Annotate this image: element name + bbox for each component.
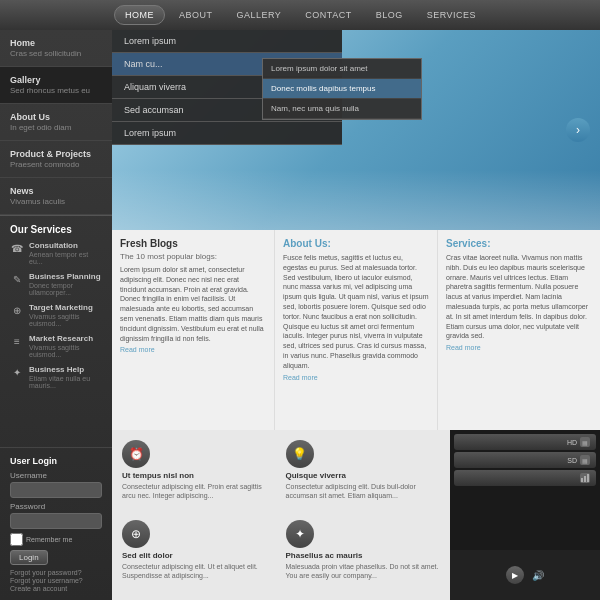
services-col-title: Services:	[446, 238, 592, 249]
remember-checkbox[interactable]	[10, 533, 23, 546]
media-btn-hd[interactable]: HD ▦	[454, 434, 596, 450]
planning-sub: Donec tempor ullamcorper...	[29, 282, 102, 296]
sidebar: Home Cras sed sollicitudin Gallery Sed r…	[0, 30, 112, 600]
sidebar-item-products[interactable]: Product & Projects Praesent commodo	[0, 141, 112, 178]
nav-gallery[interactable]: GALLERY	[226, 6, 291, 24]
sidebar-gallery-subtitle: Sed rhoncus metus eu	[10, 86, 102, 95]
feature-title-2: Sed elit dolor	[122, 551, 173, 560]
blog-text: Lorem ipsum dolor sit amet, consectetur …	[120, 265, 266, 343]
create-account-link[interactable]: Create an account	[10, 585, 102, 592]
help-icon: ✦	[10, 365, 24, 379]
service-business-help[interactable]: ✦ Business Help Etiam vitae nulla eu mau…	[10, 365, 102, 389]
feature-title-3: Phasellus ac mauris	[286, 551, 363, 560]
nav-about[interactable]: ABOUT	[169, 6, 223, 24]
feature-text-3: Malesuada proin vitae phasellus. Do not …	[286, 562, 441, 580]
services-heading: Our Services	[10, 224, 102, 235]
consultation-sub: Aenean tempor est eu...	[29, 251, 102, 265]
user-login-section: User Login Username Password Remember me…	[0, 447, 112, 600]
blog-read-more[interactable]: Read more	[120, 346, 266, 353]
features-grid: ⏰ Ut tempus nisl non Consectetur adipisc…	[112, 430, 450, 600]
sidebar-about-title: About Us	[10, 112, 102, 122]
login-heading: User Login	[10, 456, 102, 466]
sub-item-2[interactable]: Nam, nec uma quis nulla	[263, 99, 421, 119]
media-panel: HD ▦ SD ▦	[450, 430, 600, 600]
research-title: Market Research	[29, 334, 102, 343]
remember-label: Remember me	[26, 536, 72, 543]
remember-row: Remember me	[10, 533, 102, 546]
sub-item-1[interactable]: Donec mollis dapibus tempus	[263, 79, 421, 99]
sd-icon: ▦	[580, 455, 590, 465]
svg-rect-2	[587, 474, 589, 482]
feature-1: 💡 Quisque viverra Consectetur adipiscing…	[282, 436, 445, 515]
sidebar-item-home[interactable]: Home Cras sed sollicitudin	[0, 30, 112, 67]
sidebar-about-subtitle: In eget odio diam	[10, 123, 102, 132]
main-layout: Home Cras sed sollicitudin Gallery Sed r…	[0, 30, 600, 600]
login-button[interactable]: Login	[10, 550, 48, 565]
nav-home[interactable]: HOME	[114, 5, 165, 25]
feature-title-1: Quisque viverra	[286, 471, 346, 480]
login-links: Forgot your password? Forgot your userna…	[10, 569, 102, 592]
about-read-more[interactable]: Read more	[283, 374, 429, 381]
password-input[interactable]	[10, 513, 102, 529]
sidebar-home-subtitle: Cras sed sollicitudin	[10, 49, 102, 58]
sidebar-home-title: Home	[10, 38, 102, 48]
services-read-more[interactable]: Read more	[446, 344, 592, 351]
sidebar-item-gallery[interactable]: Gallery Sed rhoncus metus eu	[0, 67, 112, 104]
about-section: About Us: Fusce felis metus, sagittis et…	[275, 230, 438, 430]
feature-text-1: Consectetur adipiscing elit. Duis bull-d…	[286, 482, 441, 500]
service-business-planning[interactable]: ✎ Business Planning Donec tempor ullamco…	[10, 272, 102, 296]
nav-services[interactable]: SERVICES	[417, 6, 486, 24]
sidebar-products-title: Product & Projects	[10, 149, 102, 159]
feature-icon-3: ✦	[286, 520, 314, 548]
blog-section: Fresh Blogs The 10 most popular blogs: L…	[112, 230, 275, 430]
service-market-research[interactable]: ≡ Market Research Vivamus sagittis euism…	[10, 334, 102, 358]
dropdown-item-4[interactable]: Lorem ipsum	[112, 122, 342, 145]
help-sub: Etiam vitae nulla eu mauris...	[29, 375, 102, 389]
media-btn-sd[interactable]: SD ▦	[454, 452, 596, 468]
planning-icon: ✎	[10, 272, 24, 286]
sd-label: SD	[567, 457, 577, 464]
svg-rect-0	[581, 478, 583, 482]
video-controls: ▶ 🔊	[500, 566, 550, 584]
research-icon: ≡	[10, 334, 24, 348]
marketing-sub: Vivamus sagittis euismod...	[29, 313, 102, 327]
bar-icon	[580, 473, 590, 483]
service-consultation[interactable]: ☎ Consultation Aenean tempor est eu...	[10, 241, 102, 265]
svg-rect-1	[584, 476, 586, 482]
consultation-icon: ☎	[10, 241, 24, 255]
sidebar-item-about[interactable]: About Us In eget odio diam	[0, 104, 112, 141]
forgot-username-link[interactable]: Forgot your username?	[10, 577, 102, 584]
dropdown-item-0[interactable]: Lorem ipsum	[112, 30, 342, 53]
media-btn-bar[interactable]	[454, 470, 596, 486]
username-input[interactable]	[10, 482, 102, 498]
username-label: Username	[10, 471, 102, 480]
sidebar-gallery-title: Gallery	[10, 75, 102, 85]
sidebar-item-news[interactable]: News Vivamus iaculis	[0, 178, 112, 215]
services-section: Services: Cras vitae laoreet nulla. Viva…	[438, 230, 600, 430]
next-arrow-button[interactable]: ›	[566, 118, 590, 142]
blog-subtitle: The 10 most popular blogs:	[120, 252, 266, 261]
about-text: Fusce felis metus, sagittis et luctus eu…	[283, 253, 429, 371]
volume-icon[interactable]: 🔊	[532, 570, 544, 581]
feature-text-2: Consectetur adipiscing elit. Ut et aliqu…	[122, 562, 277, 580]
sidebar-navigation: Home Cras sed sollicitudin Gallery Sed r…	[0, 30, 112, 216]
hd-label: HD	[567, 439, 577, 446]
nav-contact[interactable]: CONTACT	[295, 6, 361, 24]
forgot-password-link[interactable]: Forgot your password?	[10, 569, 102, 576]
blog-title: Fresh Blogs	[120, 238, 266, 249]
hd-icon: ▦	[580, 437, 590, 447]
service-target-marketing[interactable]: ⊕ Target Marketing Vivamus sagittis euis…	[10, 303, 102, 327]
video-player: ▶ 🔊	[450, 550, 600, 600]
sidebar-products-subtitle: Praesent commodo	[10, 160, 102, 169]
feature-0: ⏰ Ut tempus nisl non Consectetur adipisc…	[118, 436, 281, 515]
top-navigation: HOME ABOUT GALLERY CONTACT BLOG SERVICES	[0, 0, 600, 30]
sub-item-0[interactable]: Lorem ipsum dolor sit amet	[263, 59, 421, 79]
marketing-icon: ⊕	[10, 303, 24, 317]
nav-blog[interactable]: BLOG	[366, 6, 413, 24]
play-button[interactable]: ▶	[506, 566, 524, 584]
feature-icon-0: ⏰	[122, 440, 150, 468]
feature-text-0: Consectetur adipiscing elit. Proin erat …	[122, 482, 277, 500]
content-area: Lorem ipsum Nam cu... Aliquam viverra Se…	[112, 30, 600, 600]
sidebar-news-subtitle: Vivamus iaculis	[10, 197, 102, 206]
feature-3: ✦ Phasellus ac mauris Malesuada proin vi…	[282, 516, 445, 595]
